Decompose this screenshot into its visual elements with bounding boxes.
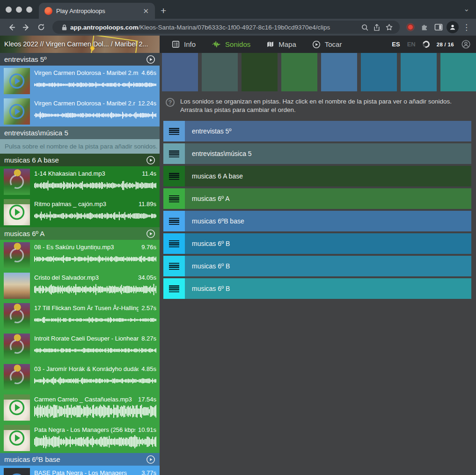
clip-thumbnail[interactable] — [4, 242, 30, 268]
track-row[interactable]: musicas 6º B — [163, 233, 471, 254]
track-section-header[interactable]: musicas 6ºB base — [0, 453, 160, 466]
recording-indicator-icon[interactable] — [404, 21, 417, 33]
clip-loading-arc-icon[interactable] — [8, 246, 26, 264]
track-section-header[interactable]: entrevistas\música 5 — [0, 126, 160, 139]
track-row[interactable]: musicas 6º A — [163, 188, 471, 209]
clip-play-icon[interactable] — [8, 429, 26, 447]
window-minimize-button[interactable] — [16, 7, 22, 13]
clip-play-icon[interactable] — [8, 103, 26, 120]
section-play-button[interactable] — [146, 156, 155, 165]
back-button[interactable] — [5, 21, 18, 34]
track-row[interactable]: entrevistas\música 5 — [163, 143, 471, 164]
track-bar[interactable]: musicas 6 A base — [185, 166, 471, 186]
track-color-swatch[interactable] — [401, 53, 437, 91]
track-drag-handle[interactable] — [163, 143, 185, 164]
clip-row[interactable]: 1-14 Khakasian Land.mp311.4s — [0, 166, 160, 197]
track-name[interactable]: musicas 6º A — [192, 195, 230, 202]
clip-play-icon[interactable] — [8, 72, 26, 90]
track-name[interactable]: entrevistas\música 5 — [192, 150, 252, 157]
track-color-swatch[interactable] — [202, 53, 238, 91]
clip-thumbnail[interactable] — [4, 394, 30, 421]
nav-item-mapa[interactable]: Mapa — [266, 40, 296, 48]
track-bar[interactable]: entrevistas 5º — [185, 121, 471, 141]
clip-loading-arc-icon[interactable] — [8, 173, 26, 191]
track-bar[interactable]: musicas 6º B — [185, 256, 471, 276]
track-row[interactable]: musicas 6º B — [163, 278, 471, 299]
track-section-header[interactable]: musicas 6º A — [0, 227, 160, 240]
clip-thumbnail[interactable] — [4, 68, 30, 94]
track-color-swatch[interactable] — [162, 53, 198, 91]
track-drag-handle[interactable] — [163, 256, 185, 276]
lang-en-button[interactable]: EN — [407, 41, 416, 48]
forward-button[interactable] — [20, 21, 33, 34]
clip-row[interactable]: Virgen Carmen Dolorosa - Maribel 2.mp312… — [0, 96, 160, 126]
lock-icon[interactable] — [58, 21, 70, 33]
section-play-button[interactable] — [146, 229, 155, 238]
clip-thumbnail[interactable] — [4, 273, 30, 299]
track-row[interactable]: musicas 6 A base — [163, 166, 471, 186]
reload-button[interactable] — [35, 21, 48, 34]
section-play-button[interactable] — [146, 455, 155, 464]
track-name[interactable]: musicas 6º B — [192, 262, 230, 270]
track-name[interactable]: musicas 6 A base — [192, 172, 243, 180]
clip-thumbnail[interactable] — [4, 199, 30, 225]
new-tab-button[interactable]: + — [161, 5, 166, 16]
track-name[interactable]: musicas 6º B — [192, 240, 230, 247]
clip-thumbnail[interactable] — [4, 364, 30, 390]
clip-row[interactable]: Carmen Carreto _ Castañuelas.mp317.54s — [0, 392, 160, 423]
clip-row[interactable]: 03 - Jaromír Horák & Konrádyho dudácká .… — [0, 362, 160, 392]
track-section-header[interactable]: entrevistas 5º — [0, 53, 160, 66]
clip-play-icon[interactable] — [8, 399, 26, 416]
breadcrumb[interactable]: Kleos 2022 // Virgen Carmen Dol... / Mar… — [0, 36, 160, 53]
track-bar[interactable]: musicas 6º B — [185, 233, 471, 254]
extensions-puzzle-icon[interactable] — [418, 21, 431, 33]
share-icon[interactable] — [371, 21, 383, 33]
track-name[interactable]: musicas 6ºB base — [192, 217, 244, 225]
clip-thumbnail[interactable] — [4, 425, 30, 451]
clip-row[interactable]: BASE Pata Negra - Los Managers3.77s — [0, 466, 160, 475]
track-drag-handle[interactable] — [163, 166, 185, 186]
track-section-header[interactable]: musicas 6 A base — [0, 154, 160, 166]
clip-row[interactable]: Cristo del Salvador.mp334.05s — [0, 270, 160, 301]
track-row[interactable]: musicas 6º B — [163, 256, 471, 276]
clip-loading-arc-icon[interactable] — [8, 338, 26, 356]
track-drag-handle[interactable] — [163, 188, 185, 209]
clip-loading-arc-icon[interactable] — [8, 307, 26, 325]
browser-menu-icon[interactable]: ⋮ — [461, 22, 472, 32]
lang-es-button[interactable]: ES — [392, 41, 400, 48]
zoom-icon[interactable] — [359, 21, 371, 33]
window-zoom-button[interactable] — [26, 7, 32, 13]
track-row[interactable]: musicas 6ºB base — [163, 211, 471, 231]
clip-play-icon[interactable] — [8, 203, 26, 221]
track-color-swatch[interactable] — [440, 53, 476, 91]
track-color-swatch[interactable] — [361, 53, 397, 91]
track-color-swatch[interactable] — [242, 53, 278, 91]
account-icon[interactable] — [461, 39, 471, 49]
track-drag-handle[interactable] — [163, 278, 185, 299]
section-play-button[interactable] — [146, 55, 155, 64]
clip-thumbnail[interactable] — [4, 98, 30, 125]
track-color-swatch[interactable] — [321, 53, 357, 91]
nav-item-sonidos[interactable]: Sonidos — [212, 40, 250, 48]
clip-row[interactable]: Pata Negra - Los Managers (256 kbps).mp3… — [0, 423, 160, 453]
clip-row[interactable]: 17 Till Flickan Som Är Tusen År-Halling … — [0, 301, 160, 331]
nav-item-info[interactable]: Info — [172, 40, 196, 48]
track-drag-handle[interactable] — [163, 121, 185, 141]
clip-row[interactable]: 08 - Es Sakūru Uguntiņu.mp39.76s — [0, 240, 160, 270]
tab-search-chevron-icon[interactable]: ⌄ — [463, 5, 469, 13]
browser-tab[interactable]: Play Antropoloops ✕ — [39, 3, 155, 19]
clip-thumbnail[interactable] — [4, 334, 30, 360]
address-bar[interactable]: app.antropoloops.com/Kleos-Santa-Marina/… — [52, 21, 400, 34]
nav-item-tocar[interactable]: Tocar — [312, 40, 342, 49]
clip-row[interactable]: Introit Rorate Caeli Desuper - Lionheart… — [0, 331, 160, 362]
track-bar[interactable]: musicas 6º B — [185, 278, 471, 299]
browser-profile-avatar[interactable] — [447, 21, 459, 33]
clip-row[interactable]: Ritmo palmas _ cajón.mp311.89s — [0, 197, 160, 227]
bookmark-star-icon[interactable] — [383, 21, 395, 33]
track-row[interactable]: entrevistas 5º — [163, 121, 471, 141]
tab-close-icon[interactable]: ✕ — [141, 7, 150, 15]
window-close-button[interactable] — [6, 7, 12, 13]
track-bar[interactable]: entrevistas\música 5 — [185, 143, 471, 164]
clip-thumbnail[interactable] — [4, 303, 30, 329]
track-name[interactable]: entrevistas 5º — [192, 127, 232, 135]
